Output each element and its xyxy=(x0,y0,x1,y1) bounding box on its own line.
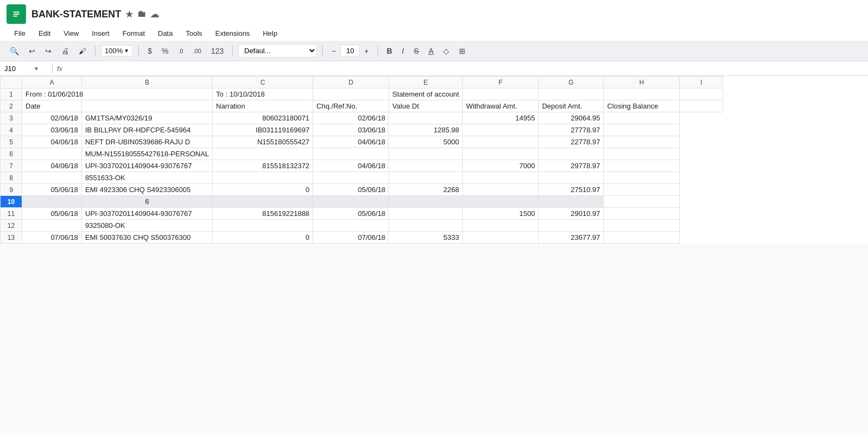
cell-10-D[interactable] xyxy=(313,196,389,208)
col-header-B[interactable]: B xyxy=(82,77,213,88)
cell-13-G[interactable]: 23677.97 xyxy=(539,232,604,244)
cell-6-E[interactable] xyxy=(389,148,463,160)
cell-10-E[interactable] xyxy=(389,196,463,208)
font-family-select[interactable]: Defaul... Arial Times New Roman xyxy=(238,44,317,58)
menu-extensions[interactable]: Extensions xyxy=(210,27,256,40)
row-header-13[interactable]: 13 xyxy=(1,232,22,244)
cell-7-E[interactable] xyxy=(389,160,463,172)
cell-1-I[interactable] xyxy=(680,88,723,100)
cell-2-I[interactable] xyxy=(680,100,723,112)
cell-4-E[interactable]: 1285.98 xyxy=(389,124,463,136)
col-header-G[interactable]: G xyxy=(539,77,604,88)
cell-11-G[interactable]: 29010.97 xyxy=(539,208,604,220)
cell-5-E[interactable]: 5000 xyxy=(389,136,463,148)
cell-4-C[interactable]: IB031119169697 xyxy=(213,124,313,136)
cell-11-C[interactable]: 815619221888 xyxy=(213,208,313,220)
col-header-A[interactable]: A xyxy=(22,77,82,88)
col-header-H[interactable]: H xyxy=(604,77,680,88)
cell-5-D[interactable]: 04/06/18 xyxy=(313,136,389,148)
cell-1-G[interactable] xyxy=(539,88,604,100)
cell-5-I[interactable] xyxy=(604,136,680,148)
decimal-more-button[interactable]: .00 xyxy=(190,46,205,56)
cell-6-D[interactable] xyxy=(313,148,389,160)
print-button[interactable]: 🖨 xyxy=(58,44,72,58)
cell-1-A[interactable]: From : 01/06/2018 xyxy=(22,88,213,100)
cell-12-G[interactable] xyxy=(539,220,604,232)
cell-5-F[interactable] xyxy=(463,136,539,148)
cell-6-F[interactable] xyxy=(463,148,539,160)
cell-3-A[interactable]: 02/06/18 xyxy=(22,112,82,124)
menu-edit[interactable]: Edit xyxy=(33,27,56,40)
cell-7-C[interactable]: 815518132372 xyxy=(213,160,313,172)
col-header-F[interactable]: F xyxy=(463,77,539,88)
cell-4-A[interactable]: 03/06/18 xyxy=(22,124,82,136)
paint-format-button[interactable]: 🖌 xyxy=(75,44,90,58)
cell-6-G[interactable] xyxy=(539,148,604,160)
cell-11-D[interactable]: 05/06/18 xyxy=(313,208,389,220)
cell-5-A[interactable]: 04/06/18 xyxy=(22,136,82,148)
cell-2-F[interactable]: Withdrawal Amt. xyxy=(463,100,539,112)
cell-2-G[interactable]: Deposit Amt. xyxy=(539,100,604,112)
cell-11-F[interactable]: 1500 xyxy=(463,208,539,220)
cell-7-D[interactable]: 04/06/18 xyxy=(313,160,389,172)
row-header-9[interactable]: 9 xyxy=(1,184,22,196)
cell-9-A[interactable]: 05/06/18 xyxy=(22,184,82,196)
cell-3-F[interactable]: 14955 xyxy=(463,112,539,124)
cell-10-F[interactable] xyxy=(463,196,539,208)
bold-button[interactable]: B xyxy=(384,44,395,58)
cell-6-A[interactable] xyxy=(22,148,82,160)
cell-8-F[interactable] xyxy=(463,172,539,184)
cell-7-A[interactable]: 04/06/18 xyxy=(22,160,82,172)
cell-11-E[interactable] xyxy=(389,208,463,220)
cell-12-B[interactable]: 9325080-OK xyxy=(82,220,213,232)
cell-8-A[interactable] xyxy=(22,172,82,184)
zoom-dropdown-icon[interactable]: ▼ xyxy=(124,48,129,54)
cell-5-B[interactable]: NEFT DR-UBIN0539686-RAJU D xyxy=(82,136,213,148)
cell-13-D[interactable]: 07/06/18 xyxy=(313,232,389,244)
cell-13-I[interactable] xyxy=(604,232,680,244)
font-size-increase[interactable]: + xyxy=(361,44,372,58)
cell-13-E[interactable]: 5333 xyxy=(389,232,463,244)
row-header-5[interactable]: 5 xyxy=(1,136,22,148)
cell-8-C[interactable] xyxy=(213,172,313,184)
menu-tools[interactable]: Tools xyxy=(180,27,207,40)
cell-ref-dropdown-icon[interactable]: ▼ xyxy=(34,66,39,72)
row-header-8[interactable]: 8 xyxy=(1,172,22,184)
cell-5-G[interactable]: 22778.97 xyxy=(539,136,604,148)
menu-view[interactable]: View xyxy=(58,27,84,40)
cell-4-D[interactable]: 03/06/18 xyxy=(313,124,389,136)
italic-button[interactable]: I xyxy=(399,44,407,58)
cell-8-I[interactable] xyxy=(604,172,680,184)
cell-1-C[interactable]: To : 10/10/2018 xyxy=(213,88,313,100)
cell-9-D[interactable]: 05/06/18 xyxy=(313,184,389,196)
cell-3-B[interactable]: GM1TSA/MY0326/19 xyxy=(82,112,213,124)
row-header-4[interactable]: 4 xyxy=(1,124,22,136)
strikethrough-button[interactable]: S xyxy=(411,44,422,58)
menu-help[interactable]: Help xyxy=(257,27,283,40)
undo-button[interactable]: ↩ xyxy=(25,44,39,58)
cell-11-B[interactable]: UPI-303702011409044-93076767 xyxy=(82,208,213,220)
cell-13-A[interactable]: 07/06/18 xyxy=(22,232,82,244)
cell-2-C[interactable]: Narration xyxy=(213,100,313,112)
decimal-less-button[interactable]: .0 xyxy=(175,46,186,56)
cell-13-F[interactable] xyxy=(463,232,539,244)
col-header-I[interactable]: I xyxy=(680,77,723,88)
cell-1-F[interactable] xyxy=(463,88,539,100)
cell-10-I[interactable] xyxy=(604,196,680,208)
cell-7-I[interactable] xyxy=(604,160,680,172)
cell-10-G[interactable] xyxy=(539,196,604,208)
row-header-11[interactable]: 11 xyxy=(1,208,22,220)
cell-13-C[interactable]: 0 xyxy=(213,232,313,244)
cell-3-I[interactable] xyxy=(604,112,680,124)
row-header-3[interactable]: 3 xyxy=(1,112,22,124)
cell-8-B[interactable]: 8551633-OK xyxy=(82,172,213,184)
cell-12-E[interactable] xyxy=(389,220,463,232)
menu-data[interactable]: Data xyxy=(152,27,178,40)
font-size-decrease[interactable]: − xyxy=(328,44,339,58)
menu-insert[interactable]: Insert xyxy=(86,27,115,40)
cell-7-G[interactable]: 29778.97 xyxy=(539,160,604,172)
cell-1-H[interactable] xyxy=(604,88,680,100)
cell-3-E[interactable] xyxy=(389,112,463,124)
cell-4-G[interactable]: 27778.97 xyxy=(539,124,604,136)
cell-12-A[interactable] xyxy=(22,220,82,232)
